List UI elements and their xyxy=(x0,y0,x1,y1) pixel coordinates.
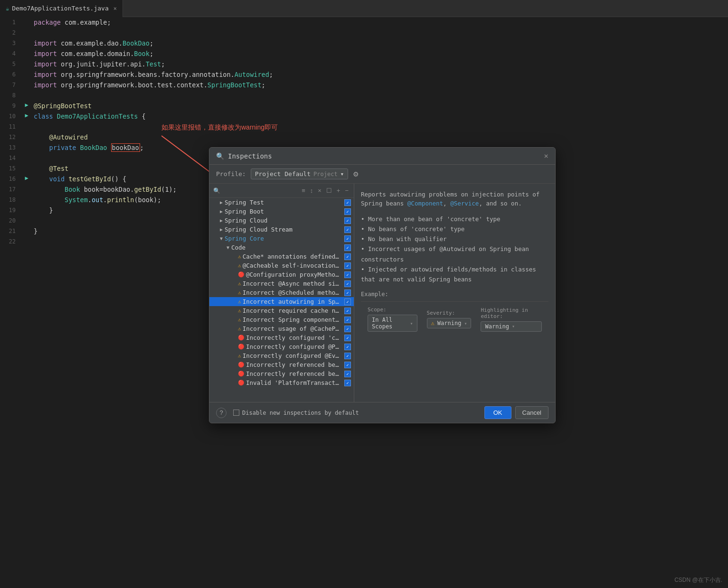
tree-checkbox-config-proxy[interactable] xyxy=(344,271,351,278)
tree-item-spring-cloud-stream[interactable]: ▶ Spring Cloud Stream xyxy=(209,225,354,234)
remove-button[interactable]: − xyxy=(343,186,350,195)
tree-checkbox-ref-bean-1[interactable] xyxy=(344,362,351,368)
tree-checkbox-platform-transaction[interactable] xyxy=(344,380,351,386)
disable-checkbox[interactable] xyxy=(233,410,239,416)
disable-check-row: Disable new inspections by default xyxy=(233,410,359,416)
tree-label-profile-config: Incorrectly configured @Profi... xyxy=(246,343,342,350)
tree-item-ref-bean-2[interactable]: 🔴 Incorrectly referenced bean ir... xyxy=(209,369,354,378)
run-gutter-icon[interactable]: ▶ xyxy=(25,101,28,110)
tree-label-scheduled-method: Incorrect @Scheduled metho... xyxy=(243,289,342,296)
chevron-right-icon-2: ▶ xyxy=(218,209,225,214)
tree-checkbox-scheduled[interactable] xyxy=(344,289,351,296)
profile-select[interactable]: Project Default Project ▾ xyxy=(251,168,349,179)
code-line-2: 2 xyxy=(0,28,728,38)
tree-checkbox-profile-config[interactable] xyxy=(344,344,351,350)
dialog-close-button[interactable]: × xyxy=(544,151,548,160)
tree-checkbox-spring-core[interactable] xyxy=(344,235,351,242)
bullet-3: No bean with qualifier xyxy=(361,234,548,244)
severity-dropdown[interactable]: ⚠ Warning ▾ xyxy=(427,318,472,328)
tree-item-configuration-proxy[interactable]: 🔴 @Configuration proxyMethod... xyxy=(209,270,354,279)
tree-item-event-config[interactable]: ⚠ Incorrectly configured @Eve... xyxy=(209,351,354,360)
tree-item-caching-config[interactable]: 🔴 Incorrectly configured 'cachir... xyxy=(209,333,354,342)
highlighting-chevron-icon: ▾ xyxy=(512,324,515,329)
help-button[interactable]: ? xyxy=(216,408,227,418)
tree-item-profile-config[interactable]: 🔴 Incorrectly configured @Profi... xyxy=(209,342,354,351)
tree-item-spring-core[interactable]: ▼ Spring Core xyxy=(209,234,354,243)
code-line-12: 12 @Autowired xyxy=(0,132,728,142)
expand-button[interactable]: ↕ xyxy=(309,186,315,195)
tree-checkbox-ref-bean-2[interactable] xyxy=(344,371,351,377)
inspection-tree: ▶ Spring Test ▶ Spring Boot ▶ Spring Clo… xyxy=(209,198,354,402)
tree-item-spring-component[interactable]: ⚠ Incorrect Spring component ... xyxy=(209,315,354,324)
tree-label-ref-bean-2: Incorrectly referenced bean ir... xyxy=(246,370,342,377)
tree-item-ref-bean-1[interactable]: 🔴 Incorrectly referenced bean ir... xyxy=(209,360,354,369)
profile-gear-button[interactable]: ⚙ xyxy=(353,170,359,178)
add-button[interactable]: + xyxy=(335,186,342,195)
profile-row: Profile: Project Default Project ▾ ⚙ xyxy=(209,165,555,184)
tree-checkbox-spring-test[interactable] xyxy=(344,199,351,206)
dialog-title: 🔍 Inspections xyxy=(216,152,272,160)
code-line-1: 1 package com.example; xyxy=(0,17,728,28)
file-tab[interactable]: ☕ Demo7ApplicationTests.java × xyxy=(0,0,123,17)
highlighting-dropdown[interactable]: Warning ▾ xyxy=(481,321,542,332)
tree-item-cacheable-self[interactable]: ⚠ @Cacheable self-invocation i... xyxy=(209,261,354,270)
tree-label-spring-cloud-stream: Spring Cloud Stream xyxy=(225,226,342,233)
error-icon: 🔴 xyxy=(238,271,245,278)
tree-checkbox-event-config[interactable] xyxy=(344,353,351,359)
cancel-button[interactable]: Cancel xyxy=(515,406,548,419)
severity-value: Warning xyxy=(437,320,462,327)
search-toolbar: 🔍 ≡ ↕ × ☐ + − xyxy=(209,184,354,198)
tree-checkbox-spring-component[interactable] xyxy=(344,317,351,323)
run-gutter-icon-2[interactable]: ▶ xyxy=(25,111,28,120)
code-line-3: 3 import com.example.dao.BookDao; xyxy=(0,38,728,48)
tree-checkbox-spring-boot[interactable] xyxy=(344,208,351,215)
chevron-right-icon: ▶ xyxy=(218,200,225,205)
tree-item-scheduled-method[interactable]: ⚠ Incorrect @Scheduled metho... xyxy=(209,288,354,297)
collapse-button[interactable]: × xyxy=(316,186,323,195)
tab-close-button[interactable]: × xyxy=(113,5,117,12)
tree-checkbox-cacheput[interactable] xyxy=(344,326,351,332)
component-link[interactable]: @Component xyxy=(407,200,443,207)
tree-item-cacheput[interactable]: ⚠ Incorrect usage of @CachePu... xyxy=(209,324,354,333)
tree-item-required-cache[interactable]: ⚠ Incorrect required cache nam... xyxy=(209,306,354,315)
tree-item-autowiring[interactable]: ⚠ Incorrect autowiring in Spring... xyxy=(209,297,354,306)
tree-item-cache-annotations[interactable]: ⚠ Cache* annotations defined ... xyxy=(209,252,354,261)
filter-button[interactable]: ≡ xyxy=(300,186,307,195)
example-label: Example: xyxy=(361,291,548,298)
warning-icon-2: ⚠ xyxy=(238,262,241,269)
code-line-7: 7 import org.springframework.boot.test.c… xyxy=(0,80,728,90)
tree-item-spring-test[interactable]: ▶ Spring Test xyxy=(209,198,354,207)
tab-bar: ☕ Demo7ApplicationTests.java × xyxy=(0,0,728,17)
tree-checkbox-autowiring[interactable] xyxy=(344,299,351,305)
chevron-right-icon-3: ▶ xyxy=(218,218,225,223)
tree-checkbox-spring-cloud[interactable] xyxy=(344,217,351,224)
tree-checkbox-spring-cloud-stream[interactable] xyxy=(344,226,351,233)
tree-checkbox-code[interactable] xyxy=(344,244,351,251)
tree-item-async-method[interactable]: ⚠ Incorrect @Async method sig... xyxy=(209,279,354,288)
tree-label-cacheput: Incorrect usage of @CachePu... xyxy=(243,325,342,332)
tree-checkbox-cacheable[interactable] xyxy=(344,262,351,269)
bullet-4: Incorrect usages of @Autowired on Spring… xyxy=(361,244,548,264)
warning-icon-6: ⚠ xyxy=(238,308,241,314)
tree-checkbox-async[interactable] xyxy=(344,280,351,287)
tree-item-spring-cloud[interactable]: ▶ Spring Cloud xyxy=(209,216,354,225)
search-input[interactable] xyxy=(222,187,298,194)
run-gutter-icon-3[interactable]: ▶ xyxy=(25,174,28,183)
tree-item-code[interactable]: ▼ Code xyxy=(209,243,354,252)
warning-icon-5: ⚠ xyxy=(238,299,241,305)
scope-label: Scope: xyxy=(368,307,417,313)
ok-button[interactable]: OK xyxy=(484,406,511,419)
service-link[interactable]: @Service xyxy=(450,200,479,207)
tree-item-spring-boot[interactable]: ▶ Spring Boot xyxy=(209,207,354,216)
bullet-1: More than one bean of 'concrete' type xyxy=(361,214,548,224)
tree-checkbox-cache[interactable] xyxy=(344,253,351,260)
code-line-5: 5 import org.junit.jupiter.api.Test; xyxy=(0,59,728,69)
warning-icon-9: ⚠ xyxy=(238,353,241,359)
tree-checkbox-caching-config[interactable] xyxy=(344,335,351,341)
tree-checkbox-required-cache[interactable] xyxy=(344,308,351,314)
tree-item-platform-transaction[interactable]: 🔴 Invalid 'PlatformTransactionM... xyxy=(209,378,354,387)
scope-dropdown[interactable]: In All Scopes ▾ xyxy=(368,315,417,332)
dialog-body: 🔍 ≡ ↕ × ☐ + − ▶ Spring Test ▶ xyxy=(209,184,555,402)
select-all-button[interactable]: ☐ xyxy=(325,186,333,195)
severity-group: Severity: ⚠ Warning ▾ xyxy=(427,310,472,328)
